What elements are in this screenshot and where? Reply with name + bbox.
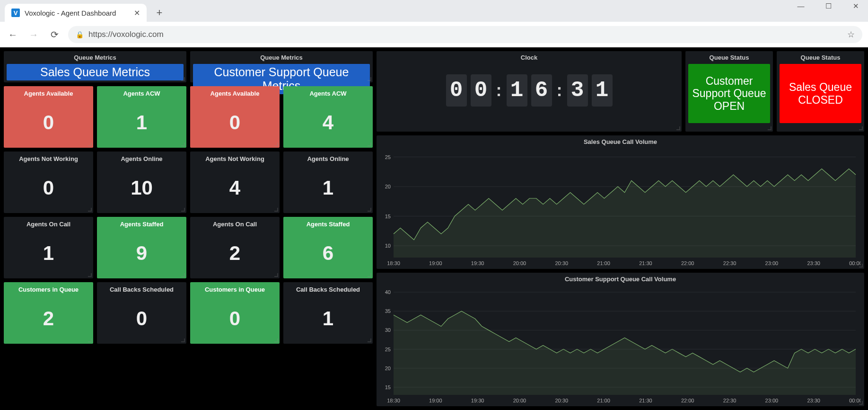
metric-label: Agents Staffed	[307, 221, 350, 228]
svg-text:23:30: 23:30	[807, 398, 820, 403]
tab-bar: V Voxologic - Agent Dashboard ✕ + ― ☐ ✕	[0, 0, 868, 22]
svg-text:18:30: 18:30	[387, 398, 400, 403]
resize-handle-icon[interactable]	[274, 338, 279, 343]
address-bar[interactable]: 🔒 https://voxologic.com ☆	[68, 26, 862, 43]
panel-title: Clock	[377, 51, 682, 63]
close-tab-icon[interactable]: ✕	[134, 9, 140, 18]
panel-title: Queue Metrics	[190, 51, 373, 63]
metric-tile: Customers in Queue0	[190, 282, 280, 344]
svg-text:23:00: 23:00	[765, 260, 779, 266]
resize-handle-icon[interactable]	[88, 207, 92, 212]
close-window-icon[interactable]: ✕	[849, 2, 862, 10]
resize-handle-icon[interactable]	[367, 142, 372, 147]
back-button[interactable]: ←	[6, 27, 20, 42]
metric-tile: Customers in Queue2	[4, 282, 93, 344]
svg-text:20:30: 20:30	[555, 260, 569, 266]
clock-digit: 3	[567, 74, 588, 107]
resize-handle-icon[interactable]	[367, 77, 372, 81]
resize-handle-icon[interactable]	[274, 273, 279, 277]
url-text: https://voxologic.com	[88, 30, 842, 39]
svg-text:19:30: 19:30	[471, 398, 484, 403]
resize-handle-icon[interactable]	[181, 142, 185, 147]
clock-colon: :	[495, 80, 503, 100]
resize-handle-icon[interactable]	[88, 273, 92, 277]
metric-value: 4	[229, 162, 240, 213]
support-chart: 15202530354018:3019:0019:3020:0020:3021:…	[378, 285, 860, 404]
tab-title: Voxologic - Agent Dashboard	[25, 9, 129, 17]
metric-value: 0	[43, 162, 54, 213]
resize-handle-icon[interactable]	[676, 126, 681, 131]
metric-label: Agents Not Working	[205, 155, 264, 162]
metric-value: 9	[136, 228, 147, 278]
right-column: Clock 00:16:31 Queue Status Customer Sup…	[377, 51, 864, 406]
metric-value: 0	[43, 97, 54, 148]
metric-tile: Agents Online1	[283, 152, 373, 213]
svg-text:21:30: 21:30	[639, 260, 652, 266]
new-tab-button[interactable]: +	[152, 6, 167, 20]
minimize-icon[interactable]: ―	[794, 2, 807, 10]
resize-handle-icon[interactable]	[859, 263, 863, 268]
address-row: ← → ⟳ 🔒 https://voxologic.com ☆	[0, 22, 868, 47]
metric-value: 2	[43, 293, 54, 344]
sales-status-panel: Queue Status Sales Queue CLOSED	[777, 51, 864, 132]
panel-title: Queue Metrics	[4, 51, 186, 63]
svg-text:23:00: 23:00	[765, 398, 779, 403]
resize-handle-icon[interactable]	[88, 338, 92, 343]
svg-text:19:00: 19:00	[429, 260, 442, 266]
clock-colon: :	[556, 80, 563, 100]
svg-text:21:00: 21:00	[597, 398, 610, 403]
metric-label: Call Backs Scheduled	[296, 286, 360, 293]
resize-handle-icon[interactable]	[367, 273, 372, 277]
panel-title: Queue Status	[777, 51, 864, 63]
svg-text:15: 15	[385, 384, 391, 390]
maximize-icon[interactable]: ☐	[822, 2, 835, 10]
browser-tab[interactable]: V Voxologic - Agent Dashboard ✕	[5, 4, 147, 22]
metric-label: Call Backs Scheduled	[110, 286, 174, 293]
favicon: V	[11, 9, 20, 17]
svg-text:15: 15	[385, 214, 391, 219]
metric-value: 6	[323, 228, 333, 278]
metric-tile: Agents ACW1	[97, 86, 186, 148]
metric-label: Agents On Call	[213, 221, 257, 228]
metric-value: 0	[229, 293, 240, 344]
resize-handle-icon[interactable]	[274, 142, 279, 147]
reload-button[interactable]: ⟳	[47, 27, 61, 42]
svg-text:40: 40	[385, 289, 391, 295]
metric-tile: Agents Available0	[4, 86, 93, 148]
resize-handle-icon[interactable]	[88, 142, 92, 147]
resize-handle-icon[interactable]	[274, 207, 279, 212]
metric-value: 1	[43, 228, 54, 278]
metric-tile: Agents On Call1	[4, 217, 93, 278]
svg-text:22:30: 22:30	[723, 260, 736, 266]
metric-tile: Call Backs Scheduled0	[97, 282, 186, 344]
resize-handle-icon[interactable]	[181, 77, 185, 81]
resize-handle-icon[interactable]	[367, 338, 372, 343]
bookmark-star-icon[interactable]: ☆	[847, 29, 855, 40]
resize-handle-icon[interactable]	[367, 207, 372, 212]
metric-label: Agents ACW	[123, 90, 160, 97]
svg-text:20: 20	[385, 365, 391, 371]
resize-handle-icon[interactable]	[767, 126, 772, 131]
metric-tile: Agents Staffed6	[283, 217, 373, 278]
resize-handle-icon[interactable]	[181, 273, 185, 277]
resize-handle-icon[interactable]	[181, 207, 185, 212]
metric-label: Agents Available	[24, 90, 73, 97]
clock-digit: 6	[531, 74, 552, 107]
metric-tile: Agents Not Working0	[4, 152, 93, 213]
metric-label: Agents Available	[210, 90, 260, 97]
svg-text:25: 25	[385, 347, 391, 352]
svg-text:30: 30	[385, 327, 391, 333]
metric-value: 4	[323, 97, 333, 148]
resize-handle-icon[interactable]	[859, 126, 863, 131]
forward-button[interactable]: →	[26, 27, 41, 42]
metric-value: 2	[229, 228, 240, 278]
clock-display: 00:16:31	[377, 63, 682, 117]
resize-handle-icon[interactable]	[859, 401, 863, 405]
metric-label: Customers in Queue	[205, 286, 265, 293]
resize-handle-icon[interactable]	[181, 338, 185, 343]
svg-text:20: 20	[385, 184, 391, 189]
support-status-panel: Queue Status Customer Support Queue OPEN	[685, 51, 773, 132]
window-controls: ― ☐ ✕	[794, 2, 862, 10]
sales-chart: 1015202518:3019:0019:3020:0020:3021:0021…	[378, 148, 860, 267]
clock-digit: 1	[592, 74, 613, 107]
